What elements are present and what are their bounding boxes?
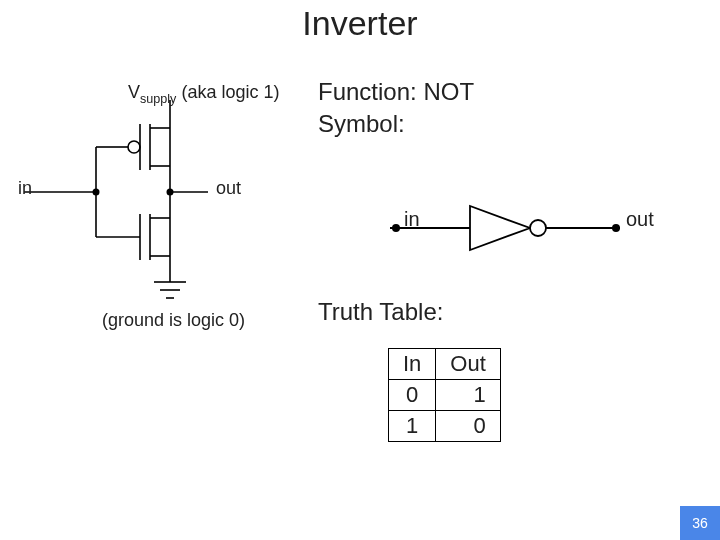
page-title: Inverter (0, 4, 720, 43)
symbol-in-label: in (404, 208, 420, 231)
truth-header-in: In (389, 349, 436, 380)
not-gate-icon (390, 198, 640, 258)
cmos-circuit-icon (10, 100, 290, 310)
truth-table-label: Truth Table: (318, 298, 443, 326)
svg-point-26 (530, 220, 546, 236)
page-number: 36 (680, 506, 720, 540)
svg-point-23 (167, 189, 174, 196)
symbol-out-label: out (626, 208, 654, 231)
symbol-label: Symbol: (318, 110, 405, 138)
supply-suffix: (aka logic 1) (176, 82, 279, 102)
table-row: 0 1 (389, 380, 501, 411)
supply-v: V (128, 82, 140, 102)
svg-point-6 (128, 141, 140, 153)
svg-point-29 (612, 224, 620, 232)
circuit-in-label: in (18, 178, 32, 199)
svg-marker-25 (470, 206, 530, 250)
svg-point-22 (93, 189, 100, 196)
truth-header-out: Out (436, 349, 500, 380)
ground-note: (ground is logic 0) (102, 310, 245, 331)
truth-cell: 0 (389, 380, 436, 411)
table-row: 1 0 (389, 411, 501, 442)
truth-cell: 1 (436, 380, 500, 411)
table-row: In Out (389, 349, 501, 380)
truth-cell: 0 (436, 411, 500, 442)
svg-point-28 (392, 224, 400, 232)
truth-table: In Out 0 1 1 0 (388, 348, 501, 442)
circuit-out-label: out (216, 178, 241, 199)
truth-cell: 1 (389, 411, 436, 442)
function-label: Function: NOT (318, 78, 474, 106)
